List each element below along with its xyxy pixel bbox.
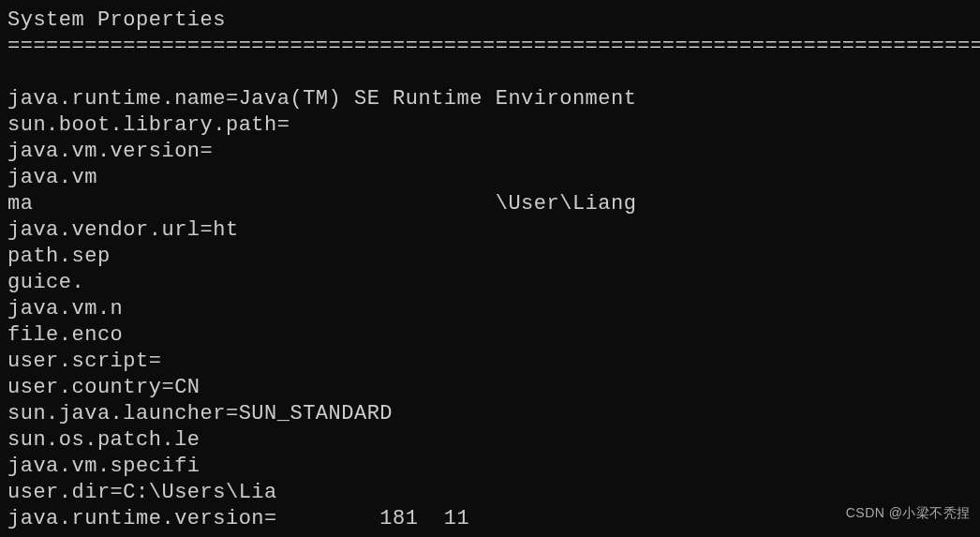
property-line: java.runtime.version= 181 11 [7, 506, 973, 532]
property-line: java.vm [7, 165, 973, 191]
blank-line [7, 60, 973, 86]
property-line: user.dir=C:\Users\Lia [7, 480, 973, 506]
property-line: java.runtime.name=Java(TM) SE Runtime En… [7, 86, 973, 112]
csdn-watermark: CSDN @小梁不秃捏 [846, 500, 971, 526]
property-line: sun.os.patch.le [7, 427, 973, 454]
property-line: path.sep [7, 244, 973, 270]
terminal-output: System Properties ======================… [7, 7, 973, 532]
property-line: java.vm.specifi [7, 454, 973, 480]
property-line: java.vendor.url=ht [7, 217, 973, 244]
property-line: user.script= [7, 349, 973, 375]
property-line: guice. [7, 270, 973, 296]
header-title: System Properties [7, 7, 973, 34]
property-line: user.country=CN [7, 375, 973, 401]
property-line: ma \User\Liang [7, 191, 973, 217]
header-divider: ========================================… [7, 34, 973, 60]
property-line: sun.boot.library.path= [7, 112, 973, 139]
property-line: file.enco [7, 322, 973, 349]
property-line: java.vm.n [7, 296, 973, 322]
property-line: sun.java.launcher=SUN_STANDARD [7, 401, 973, 427]
property-line: java.vm.version= [7, 139, 973, 165]
